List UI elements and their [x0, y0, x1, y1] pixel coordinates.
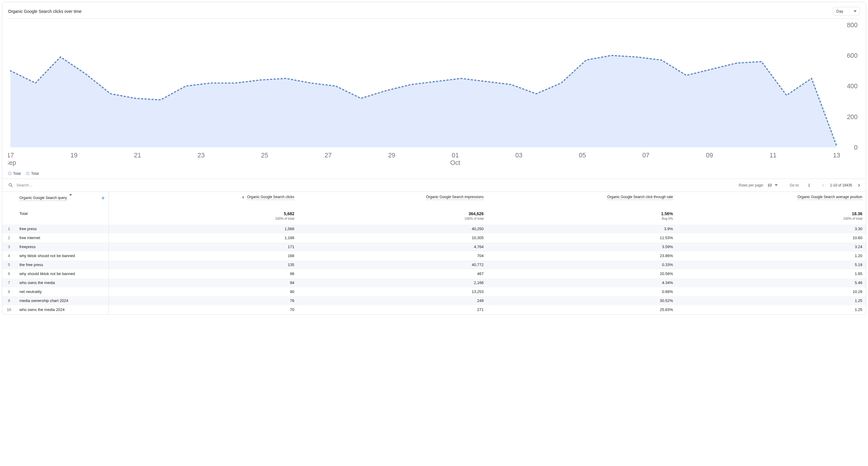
table-row[interactable]: 2free internet1,18810,30511.53%10.60 [2, 233, 866, 242]
row-clicks: 96 [108, 269, 298, 278]
row-impressions: 704 [298, 252, 487, 260]
row-number: 10 [2, 305, 16, 314]
table-row[interactable]: 9media ownership chart 20247624930.52%1.… [2, 296, 866, 305]
legend-swatch-icon [26, 172, 29, 175]
row-impressions: 40,772 [298, 260, 487, 269]
header-impressions-label: Organic Google Search impressions [426, 195, 484, 200]
row-ctr: 20.56% [487, 269, 677, 278]
header-ctr-label: Organic Google Search click through rate [607, 195, 673, 200]
table-controls: Rows per page: 10 Go to: 1-10 of 18435 [2, 179, 866, 192]
row-query: who owns the media 2024 [16, 305, 108, 314]
table-row[interactable]: 10who owns the media 20247027125.83%1.25 [2, 305, 866, 314]
row-number: 4 [2, 252, 16, 260]
row-clicks: 1,188 [108, 233, 298, 242]
totals-impressions: 364,626 100% of total [298, 206, 487, 225]
row-ctr: 30.52% [487, 296, 677, 305]
header-query-label: Organic Google Search query [20, 196, 67, 201]
prev-page-button[interactable] [819, 181, 828, 190]
svg-text:600: 600 [847, 52, 858, 59]
svg-text:01: 01 [452, 152, 459, 159]
legend-item[interactable]: Total [26, 172, 38, 176]
header-query[interactable]: Organic Google Search query + [16, 192, 108, 206]
row-ctr: 3.9% [487, 225, 677, 233]
analytics-card: Organic Google Search clicks over time D… [2, 2, 866, 315]
row-clicks: 1,568 [108, 225, 298, 233]
search-input[interactable] [16, 182, 376, 188]
svg-text:25: 25 [261, 152, 268, 159]
row-clicks: 135 [108, 260, 298, 269]
table-header-row: Organic Google Search query + Organic Go… [2, 192, 866, 206]
row-query: the free press [16, 260, 108, 269]
goto-label: Go to: [790, 183, 800, 187]
row-impressions: 2,166 [298, 278, 487, 287]
table-row[interactable]: 8net neutrality9013,2530.68%10.28 [2, 287, 866, 296]
row-impressions: 4,764 [298, 242, 487, 252]
row-query: why should tiktok not be banned [16, 269, 108, 278]
totals-ctr: 1.56% Avg 0% [487, 206, 677, 225]
row-position: 5.19 [677, 260, 866, 269]
row-ctr: 25.83% [487, 305, 677, 314]
row-position: 3.30 [677, 225, 866, 233]
next-page-button[interactable] [855, 181, 864, 190]
svg-text:19: 19 [70, 152, 78, 159]
table-row[interactable]: 1free press1,56840,2503.9%3.30 [2, 225, 866, 233]
svg-text:400: 400 [847, 83, 858, 90]
row-position: 1.25 [677, 296, 866, 305]
svg-text:11: 11 [769, 152, 776, 159]
svg-text:17: 17 [8, 152, 14, 159]
chart-container: 020040060080017Sep19212325272901Oct03050… [2, 19, 866, 170]
row-query: media ownership chart 2024 [16, 296, 108, 305]
row-position: 1.20 [677, 252, 866, 260]
row-ctr: 4.34% [487, 278, 677, 287]
svg-text:03: 03 [515, 152, 522, 159]
row-position: 5.46 [677, 278, 866, 287]
table-row[interactable]: 3freepress1714,7643.59%3.24 [2, 242, 866, 252]
legend-item[interactable]: Total [8, 172, 21, 176]
row-query: free internet [16, 233, 108, 242]
row-ctr: 23.86% [487, 252, 677, 260]
svg-text:200: 200 [847, 113, 858, 121]
table-row[interactable]: 7who owns the media942,1664.34%5.46 [2, 278, 866, 287]
totals-label: Total [16, 206, 108, 225]
row-query: free press [16, 225, 108, 233]
table-row[interactable]: 6why should tiktok not be banned9646720.… [2, 269, 866, 278]
svg-text:21: 21 [134, 152, 141, 159]
svg-text:Oct: Oct [450, 159, 460, 167]
interval-value: Day [836, 9, 843, 13]
row-clicks: 90 [108, 287, 298, 296]
row-number: 2 [2, 233, 16, 242]
arrow-down-icon [241, 196, 245, 199]
row-number: 6 [2, 269, 16, 278]
row-number: 8 [2, 287, 16, 296]
table-row[interactable]: 4why tiktok should not be banned16870423… [2, 252, 866, 260]
query-table: Organic Google Search query + Organic Go… [2, 192, 866, 314]
header-position[interactable]: Organic Google Search average position [677, 192, 866, 206]
row-clicks: 171 [108, 242, 298, 252]
header-ctr[interactable]: Organic Google Search click through rate [487, 192, 677, 206]
svg-text:23: 23 [198, 152, 205, 159]
rows-per-page-label: Rows per page: [739, 183, 764, 187]
header-clicks[interactable]: Organic Google Search clicks [108, 192, 298, 206]
interval-dropdown[interactable]: Day [833, 7, 860, 16]
header-clicks-label: Organic Google Search clicks [247, 195, 294, 200]
svg-text:800: 800 [847, 22, 858, 29]
add-dimension-button[interactable]: + [101, 195, 105, 202]
row-query: net neutrality [16, 287, 108, 296]
row-clicks: 94 [108, 278, 298, 287]
svg-text:0: 0 [854, 144, 858, 151]
goto-input[interactable] [802, 182, 816, 188]
row-number: 7 [2, 278, 16, 287]
header-impressions[interactable]: Organic Google Search impressions [298, 192, 487, 206]
clicks-chart[interactable]: 020040060080017Sep19212325272901Oct03050… [8, 22, 860, 168]
svg-text:07: 07 [642, 152, 649, 159]
chevron-left-icon [820, 182, 826, 188]
caret-down-icon [854, 10, 857, 12]
row-ctr: 0.33% [487, 260, 677, 269]
rows-per-page-dropdown[interactable]: 10 [766, 182, 779, 188]
legend-swatch-icon [8, 172, 11, 175]
totals-clicks: 5,682 100% of total [108, 206, 298, 225]
legend-label: Total [13, 172, 21, 176]
row-position: 1.25 [677, 305, 866, 314]
table-row[interactable]: 5the free press13540,7720.33%5.19 [2, 260, 866, 269]
row-number: 1 [2, 225, 16, 233]
